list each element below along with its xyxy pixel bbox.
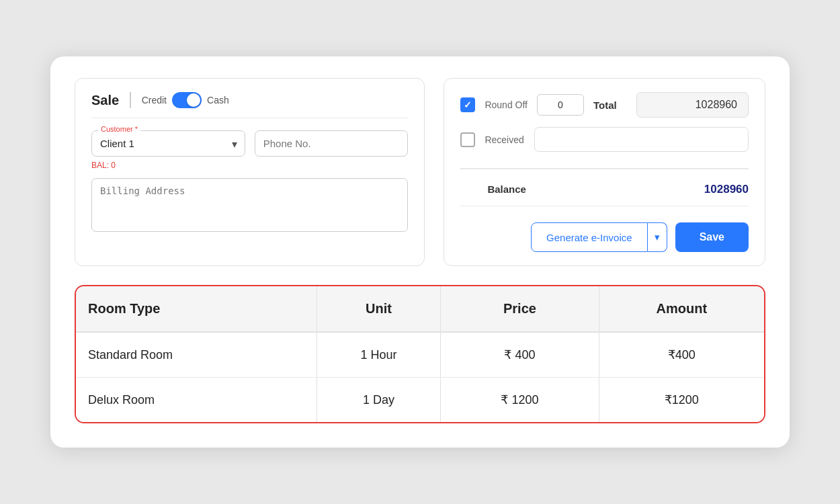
checkmark-icon: ✓ (464, 100, 472, 110)
table-row: Standard Room 1 Hour ₹ 400 ₹400 (76, 332, 764, 378)
invoice-dropdown-button[interactable]: ▾ (648, 222, 667, 252)
customer-select[interactable]: Client 1 (91, 130, 245, 157)
cell-amount-1: ₹400 (599, 332, 764, 378)
round-off-label: Round Off (485, 99, 528, 110)
action-row: Generate e-Invoice ▾ Save (460, 222, 749, 252)
col-header-amount: Amount (599, 286, 764, 332)
round-off-input[interactable] (537, 94, 584, 116)
payment-toggle[interactable] (172, 92, 202, 108)
customer-row: Customer * Client 1 ▾ (91, 130, 408, 157)
panel-divider (460, 168, 749, 169)
cell-unit-2: 1 Day (317, 378, 440, 423)
received-row: Received (460, 127, 749, 152)
cell-room-type-1: Standard Room (76, 332, 317, 378)
balance-row: Balance 1028960 (460, 176, 749, 199)
sale-header: Sale Credit Cash (91, 92, 408, 118)
customer-label: Customer * (98, 125, 140, 133)
invoice-btn-group: Generate e-Invoice ▾ (531, 222, 667, 252)
sale-title: Sale (91, 93, 119, 108)
cash-label: Cash (207, 95, 229, 106)
top-row: Sale Credit Cash Customer * Client 1 (75, 78, 765, 266)
table-header-row: Room Type Unit Price Amount (76, 286, 764, 332)
table-section: Room Type Unit Price Amount Standard Roo… (75, 285, 765, 423)
chevron-down-icon: ▾ (655, 231, 660, 243)
phone-input[interactable] (255, 130, 409, 157)
cell-unit-1: 1 Hour (317, 332, 440, 378)
received-input[interactable] (534, 127, 749, 152)
received-checkbox[interactable] (460, 132, 475, 147)
total-value: 1028960 (636, 92, 749, 118)
save-button[interactable]: Save (675, 222, 749, 252)
generate-invoice-button[interactable]: Generate e-Invoice (531, 222, 648, 252)
table-row: Delux Room 1 Day ₹ 1200 ₹1200 (76, 378, 764, 423)
items-table: Room Type Unit Price Amount Standard Roo… (76, 286, 764, 422)
billing-address-input[interactable] (91, 178, 408, 232)
cell-price-1: ₹ 400 (441, 332, 599, 378)
balance-label: Balance (487, 183, 526, 195)
panel-divider-2 (460, 206, 749, 207)
round-off-row: ✓ Round Off Total 1028960 (460, 92, 749, 118)
table-wrapper: Room Type Unit Price Amount Standard Roo… (75, 285, 765, 423)
table-body: Standard Room 1 Hour ₹ 400 ₹400 Delux Ro… (76, 332, 764, 422)
toggle-group: Credit Cash (142, 92, 229, 108)
balance-value: 1028960 (704, 183, 749, 196)
credit-label: Credit (142, 95, 167, 106)
cell-amount-2: ₹1200 (599, 378, 764, 423)
cell-room-type-2: Delux Room (76, 378, 317, 423)
balance-text: BAL: 0 (91, 161, 408, 170)
col-header-price: Price (441, 286, 599, 332)
cell-price-2: ₹ 1200 (441, 378, 599, 423)
total-label: Total (593, 99, 627, 111)
received-label: Received (485, 134, 525, 145)
customer-field-wrapper: Customer * Client 1 ▾ (91, 130, 245, 157)
round-off-checkbox[interactable]: ✓ (460, 97, 475, 112)
left-panel: Sale Credit Cash Customer * Client 1 (75, 78, 425, 266)
phone-field-wrapper (255, 130, 409, 157)
col-header-room-type: Room Type (76, 286, 317, 332)
header-divider (130, 92, 131, 108)
main-card: Sale Credit Cash Customer * Client 1 (50, 56, 790, 448)
right-panel: ✓ Round Off Total 1028960 Received Balan… (444, 78, 765, 266)
col-header-unit: Unit (317, 286, 440, 332)
